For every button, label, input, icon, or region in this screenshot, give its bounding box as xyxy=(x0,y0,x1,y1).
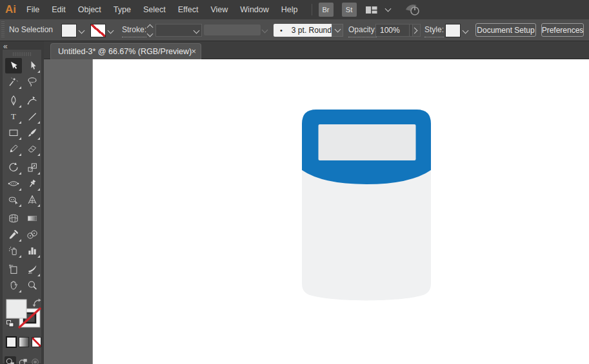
stock-button[interactable]: St xyxy=(342,3,357,17)
fill-color-combo[interactable] xyxy=(61,24,86,37)
paintbrush-tool[interactable] xyxy=(24,125,41,140)
stroke-chevron-icon[interactable] xyxy=(106,24,115,37)
width-tool[interactable] xyxy=(5,176,22,191)
flyout-indicator-icon xyxy=(19,105,21,108)
opacity-input[interactable]: 100% xyxy=(375,24,413,37)
flyout-indicator-icon xyxy=(37,121,40,124)
draw-inside-button[interactable] xyxy=(30,356,41,364)
selection-tool[interactable] xyxy=(5,58,22,73)
blend-tool[interactable] xyxy=(24,227,41,242)
svg-text:T: T xyxy=(11,112,16,121)
magic-wand-tool[interactable] xyxy=(5,74,22,90)
eyedropper-tool[interactable] xyxy=(5,227,22,242)
puppet-warp-icon xyxy=(26,178,38,189)
zoom-icon xyxy=(26,280,38,291)
stroke-none-swatch[interactable] xyxy=(90,24,106,37)
artwork-screen[interactable] xyxy=(319,124,416,160)
chevron-down-icon[interactable] xyxy=(384,6,391,12)
gradient-button[interactable] xyxy=(19,337,28,347)
flyout-indicator-icon xyxy=(37,153,40,156)
close-tab-icon[interactable]: × xyxy=(191,46,196,56)
workspace-switcher-icon[interactable] xyxy=(365,5,378,15)
direct-selection-tool[interactable] xyxy=(24,58,41,73)
symbol-sprayer-tool[interactable] xyxy=(5,243,22,258)
flyout-indicator-icon xyxy=(19,153,21,156)
lasso-tool[interactable] xyxy=(24,74,41,90)
zoom-tool[interactable] xyxy=(24,278,41,293)
flyout-indicator-icon xyxy=(37,172,40,175)
menu-effect[interactable]: Effect xyxy=(178,5,199,14)
preferences-button[interactable]: Preferences xyxy=(541,23,584,37)
color-button[interactable] xyxy=(6,337,16,347)
eraser-tool[interactable] xyxy=(24,141,41,157)
brush-chevron-button[interactable] xyxy=(332,24,343,37)
gradient-tool[interactable] xyxy=(24,211,41,226)
pasteboard[interactable] xyxy=(44,59,92,364)
style-chevron-icon[interactable] xyxy=(461,24,470,37)
menu-view[interactable]: View xyxy=(210,5,228,14)
mesh-tool[interactable] xyxy=(5,211,22,226)
document-setup-button[interactable]: Document Setup xyxy=(475,23,536,37)
default-fill-stroke-icon[interactable] xyxy=(7,321,14,327)
fill-swatch[interactable] xyxy=(6,300,26,318)
style-combo[interactable] xyxy=(445,24,470,37)
shape-builder-tool[interactable] xyxy=(5,192,22,207)
pen-tool[interactable] xyxy=(5,93,22,108)
power-glyph-icon xyxy=(404,3,421,17)
type-icon: T xyxy=(8,111,19,122)
shaper-tool[interactable] xyxy=(5,141,22,157)
stepper-up-icon[interactable] xyxy=(147,24,154,30)
menu-object[interactable]: Object xyxy=(78,5,101,14)
fill-chevron-icon[interactable] xyxy=(77,24,86,37)
document-tab[interactable]: Untitled-3* @ 66.67% (RGB/Preview) × xyxy=(50,43,201,59)
stepper-down-icon[interactable] xyxy=(147,30,154,37)
style-panel-link[interactable]: Style: xyxy=(424,23,444,37)
curvature-tool[interactable] xyxy=(24,93,41,108)
toolbar-drag-handle[interactable] xyxy=(13,52,31,56)
swap-fill-stroke-icon[interactable] xyxy=(33,299,41,307)
shaper-icon xyxy=(8,143,19,155)
stroke-color-combo[interactable] xyxy=(90,24,115,37)
puppet-warp-tool[interactable] xyxy=(24,176,41,191)
stroke-weight-chevron-icon xyxy=(194,28,200,34)
artwork-body[interactable] xyxy=(302,170,431,300)
tool-row xyxy=(5,262,41,277)
fill-color-swatch[interactable] xyxy=(61,24,77,37)
rotate-tool[interactable] xyxy=(5,160,22,175)
bridge-button[interactable]: Br xyxy=(319,3,334,17)
draw-normal-button[interactable] xyxy=(5,356,16,364)
line-segment-tool[interactable] xyxy=(24,109,41,124)
brush-definition-combo[interactable]: • 3 pt. Round xyxy=(274,24,332,37)
draw-behind-button[interactable] xyxy=(17,356,29,364)
eyedropper-icon xyxy=(8,229,19,240)
mesh-icon xyxy=(8,213,19,224)
slice-tool[interactable] xyxy=(24,262,41,277)
menu-window[interactable]: Window xyxy=(240,5,268,14)
column-graph-tool[interactable] xyxy=(24,243,41,258)
flyout-indicator-icon xyxy=(19,188,21,191)
document-tab-title: Untitled-3* @ 66.67% (RGB/Preview) xyxy=(58,47,192,56)
pen-icon xyxy=(8,95,19,106)
stroke-panel-link[interactable]: Stroke: xyxy=(122,23,146,37)
artboard-tool[interactable] xyxy=(5,262,22,277)
opacity-flyout-button[interactable] xyxy=(409,24,421,37)
opacity-panel-link[interactable]: Opacity: xyxy=(348,23,377,37)
menu-help[interactable]: Help xyxy=(281,5,298,14)
menu-file[interactable]: File xyxy=(26,5,39,14)
tools-dock: « T xyxy=(0,41,44,364)
menu-select[interactable]: Select xyxy=(143,5,166,14)
stroke-weight-stepper[interactable] xyxy=(146,24,154,37)
artwork-container-icon[interactable] xyxy=(302,110,431,304)
hand-tool[interactable] xyxy=(5,278,22,293)
rectangle-tool[interactable] xyxy=(5,125,22,140)
scale-tool[interactable] xyxy=(24,160,41,175)
tool-row xyxy=(5,125,41,140)
menu-edit[interactable]: Edit xyxy=(52,5,66,14)
type-tool[interactable]: T xyxy=(5,109,22,124)
perspective-grid-tool[interactable] xyxy=(24,192,41,207)
style-swatch[interactable] xyxy=(445,24,461,37)
panel-grip[interactable] xyxy=(1,21,5,39)
none-button[interactable] xyxy=(32,337,41,347)
stroke-weight-dropdown[interactable] xyxy=(155,24,202,37)
menu-type[interactable]: Type xyxy=(114,5,131,14)
